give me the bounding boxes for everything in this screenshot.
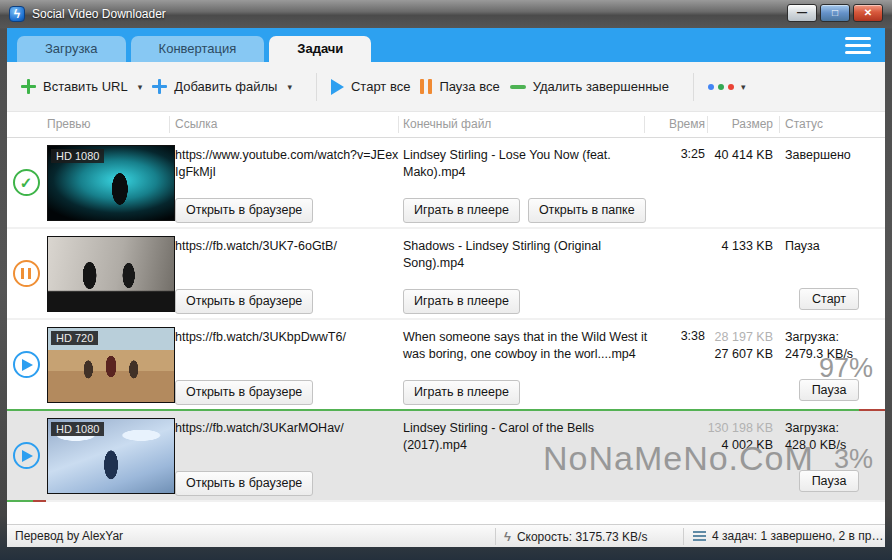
color-options-menu[interactable]: ▾ (708, 82, 746, 92)
minus-icon (510, 85, 526, 89)
tab-tasks[interactable]: Задачи (269, 36, 371, 62)
start-all-button[interactable]: Старт все (331, 79, 410, 95)
column-header-link[interactable]: Ссылка (175, 117, 217, 131)
column-header-time[interactable]: Время (650, 117, 705, 131)
task-list: ✓ HD 1080 https://www.youtube.com/watch?… (7, 138, 885, 502)
file-name: When someone says that in the Wild West … (403, 330, 647, 361)
title-bar: ϟ Social Video Downloader — □ ✕ (0, 0, 892, 28)
video-url: https://fb.watch/3UK7-6oGtB/ (175, 239, 337, 253)
hd-badge: HD 1080 (51, 149, 104, 163)
column-header-size[interactable]: Размер (709, 117, 773, 131)
status-text: Пауза (785, 238, 879, 255)
table-row[interactable]: https://fb.watch/3UK7-6oGtB/ Открыть в б… (7, 229, 885, 320)
window-client-area: Загрузка Конвертация Задачи Вставить URL… (7, 28, 885, 547)
watermark: NoNaMeNo.CoM (543, 439, 814, 478)
blue-dot-icon (708, 84, 714, 90)
play-in-player-button[interactable]: Играть в плеере (403, 380, 520, 405)
table-header: Превью Ссылка Конечный файл Время Размер… (7, 112, 885, 138)
table-row[interactable]: ✓ HD 1080 https://www.youtube.com/watch?… (7, 138, 885, 229)
minimize-button[interactable]: — (787, 4, 817, 22)
play-in-player-button[interactable]: Играть в плеере (403, 198, 520, 223)
pause-icon (420, 79, 432, 94)
column-header-target-file[interactable]: Конечный файл (403, 117, 491, 131)
video-url: https://www.youtube.com/watch?v=JEexIgFk… (175, 148, 398, 179)
size-total: 130 198 KB (695, 420, 773, 437)
chevron-down-icon: ▾ (741, 82, 746, 92)
red-dot-icon (728, 84, 734, 90)
size-total: 28 197 KB (695, 329, 773, 346)
pause-all-button[interactable]: Пауза все (420, 79, 499, 94)
tab-strip: Загрузка Конвертация Задачи (7, 28, 885, 62)
window-title: Social Video Downloader (32, 7, 166, 21)
table-row[interactable]: HD 720 https://fb.watch/3UKbpDwwT6/ Откр… (7, 320, 885, 411)
menu-icon[interactable] (845, 37, 871, 54)
open-in-browser-button[interactable]: Открыть в браузере (175, 289, 313, 314)
downloading-play-icon (13, 442, 40, 469)
tasks-list-icon (693, 531, 706, 541)
completed-check-icon: ✓ (13, 169, 40, 196)
size-downloaded: 40 414 KB (695, 147, 773, 164)
progress-bar (7, 500, 885, 502)
window-controls: — □ ✕ (787, 4, 883, 22)
tab-conversion[interactable]: Конвертация (131, 36, 265, 62)
open-in-browser-button[interactable]: Открыть в браузере (175, 198, 313, 223)
tab-downloads[interactable]: Загрузка (17, 36, 126, 62)
plus-icon (21, 79, 36, 94)
toolbar: Вставить URL ▾ Добавить файлы ▾ Старт вс… (7, 62, 885, 112)
translation-credit: Перевод by AlexYar (15, 529, 123, 543)
green-dot-icon (718, 84, 724, 90)
speed-icon: ϟ (504, 529, 511, 544)
size-downloaded: 4 133 KB (695, 238, 773, 255)
remove-completed-button[interactable]: Удалить завершенные (510, 79, 669, 94)
chevron-down-icon[interactable]: ▾ (138, 82, 143, 92)
video-thumbnail[interactable] (47, 236, 175, 312)
downloading-play-icon (13, 351, 40, 378)
column-header-status[interactable]: Статус (785, 117, 823, 131)
open-folder-button[interactable]: Открыть в папке (528, 198, 646, 223)
video-url: https://fb.watch/3UKbpDwwT6/ (175, 330, 346, 344)
tasks-summary: 4 задач: 1 завершено, 2 в пр… (712, 529, 883, 543)
paste-url-button[interactable]: Вставить URL ▾ (21, 79, 142, 94)
close-button[interactable]: ✕ (853, 4, 883, 22)
app-icon: ϟ (9, 6, 25, 22)
video-thumbnail[interactable]: HD 720 (47, 327, 175, 403)
pause-button[interactable]: Пауза (799, 379, 859, 401)
play-in-player-button[interactable]: Играть в плеере (403, 289, 520, 314)
open-in-browser-button[interactable]: Открыть в браузере (175, 380, 313, 405)
video-url: https://fb.watch/3UKarMOHav/ (175, 421, 344, 435)
video-thumbnail[interactable]: HD 1080 (47, 418, 175, 494)
video-thumbnail[interactable]: HD 1080 (47, 145, 175, 221)
column-header-preview[interactable]: Превью (47, 117, 91, 131)
toolbar-separator (693, 73, 694, 101)
hd-badge: HD 720 (51, 331, 98, 345)
size-downloaded: 27 607 KB (695, 346, 773, 363)
paused-icon (13, 260, 40, 287)
chevron-down-icon[interactable]: ▾ (287, 82, 292, 92)
total-speed: Скорость: 3175.73 KB/s (517, 530, 648, 544)
add-files-button[interactable]: Добавить файлы ▾ (152, 79, 292, 94)
play-icon (331, 79, 344, 95)
toolbar-separator (316, 73, 317, 101)
open-in-browser-button[interactable]: Открыть в браузере (175, 471, 313, 496)
maximize-button[interactable]: □ (820, 4, 850, 22)
plus-icon (152, 79, 167, 94)
file-name: Shadows - Lindsey Stirling (Original Son… (403, 239, 601, 270)
file-name: Lindsey Stirling - Lose You Now (feat. M… (403, 148, 611, 179)
table-row[interactable]: HD 1080 https://fb.watch/3UKarMOHav/ Отк… (7, 411, 885, 502)
status-text: Загрузка: (785, 329, 879, 346)
hd-badge: HD 1080 (51, 422, 104, 436)
start-button[interactable]: Старт (799, 288, 859, 310)
status-text: Загрузка: (785, 420, 879, 437)
status-bar: Перевод by AlexYar ϟ Скорость: 3175.73 K… (7, 524, 885, 547)
status-text: Завершено (785, 147, 879, 164)
